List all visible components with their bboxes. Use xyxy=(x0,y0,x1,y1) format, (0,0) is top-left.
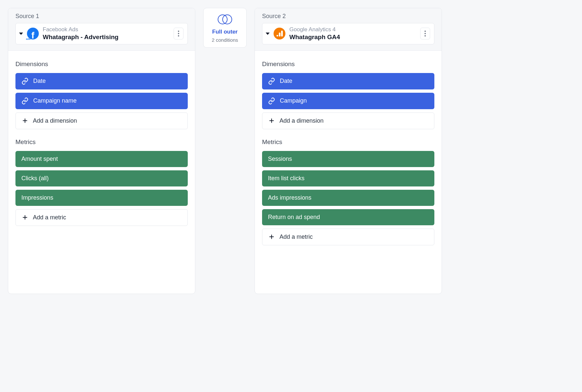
metric-chip-label: Item list clicks xyxy=(268,175,304,182)
source-1-integration: Facebook Ads xyxy=(43,26,170,33)
metric-chip[interactable]: Amount spent xyxy=(15,151,188,167)
metric-chip[interactable]: Impressions xyxy=(15,190,188,206)
add-dimension-button[interactable]: Add a dimension xyxy=(262,112,434,129)
source-2-metrics: Sessions Item list clicks Ads impression… xyxy=(262,151,434,245)
dimension-chip-label: Date xyxy=(280,78,292,85)
source-1-title: Source 1 xyxy=(15,13,188,20)
source-2-body: Dimensions Date Campaign xyxy=(255,51,442,263)
venn-full-outer-icon xyxy=(216,12,234,27)
google-analytics-icon xyxy=(274,28,285,39)
join-conditions-label: 2 conditions xyxy=(212,37,238,43)
dimensions-label: Dimensions xyxy=(15,61,188,68)
metric-chip[interactable]: Item list clicks xyxy=(262,170,434,186)
dimension-chip-label: Campaign name xyxy=(33,97,77,104)
source-2-text: Google Analytics 4 Whatagraph GA4 xyxy=(289,26,416,41)
add-metric-button[interactable]: Add a metric xyxy=(15,209,188,226)
metric-chip[interactable]: Return on ad spend xyxy=(262,209,434,225)
add-dimension-button[interactable]: Add a dimension xyxy=(15,112,188,129)
dimension-chip[interactable]: Date xyxy=(15,73,188,89)
dimension-chip-label: Date xyxy=(33,78,46,85)
add-dimension-label: Add a dimension xyxy=(33,117,77,124)
metric-chip-label: Ads impressions xyxy=(268,194,311,201)
source-1-metrics: Amount spent Clicks (all) Impressions Ad… xyxy=(15,151,188,226)
plus-icon xyxy=(268,233,275,240)
link-icon xyxy=(268,97,275,105)
add-dimension-label: Add a dimension xyxy=(279,117,324,124)
source-1-text: Facebook Ads Whatagraph - Advertising xyxy=(43,26,170,41)
source-2-title: Source 2 xyxy=(262,13,434,20)
source-2-account: Whatagraph GA4 xyxy=(289,33,416,41)
add-metric-label: Add a metric xyxy=(33,214,66,221)
caret-down-icon xyxy=(19,33,23,35)
metric-chip-label: Impressions xyxy=(21,194,53,201)
source-1-menu-button[interactable] xyxy=(174,28,183,39)
plus-icon xyxy=(22,117,28,124)
metric-chip-label: Sessions xyxy=(268,156,292,162)
source-1-selector[interactable]: ads Facebook Ads Whatagraph - Advertisin… xyxy=(15,23,188,44)
dimension-chip[interactable]: Campaign xyxy=(262,93,434,109)
source-2-menu-button[interactable] xyxy=(420,28,430,39)
source-panel-1: Source 1 ads Facebook Ads Whatagraph - A… xyxy=(8,8,195,294)
facebook-ads-icon: ads xyxy=(27,28,39,39)
source-panel-2-header: Source 2 Google Analytics 4 Whatagraph G… xyxy=(255,8,442,51)
join-type-label: Full outer xyxy=(212,29,237,35)
dimension-chip[interactable]: Campaign name xyxy=(15,93,188,109)
data-blend-layout: Source 1 ads Facebook Ads Whatagraph - A… xyxy=(8,8,442,294)
metrics-label: Metrics xyxy=(262,138,434,146)
source-panel-2: Source 2 Google Analytics 4 Whatagraph G… xyxy=(255,8,442,294)
source-1-body: Dimensions Date Campaign name xyxy=(8,51,195,244)
link-icon xyxy=(268,78,275,85)
link-icon xyxy=(21,97,29,105)
dimension-chip-label: Campaign xyxy=(280,97,307,104)
source-1-dimensions: Date Campaign name Add a dimension xyxy=(15,73,188,129)
caret-down-icon xyxy=(266,33,270,35)
dimension-chip[interactable]: Date xyxy=(262,73,434,89)
dimensions-label: Dimensions xyxy=(262,61,434,68)
source-2-dimensions: Date Campaign Add a dimension xyxy=(262,73,434,129)
metric-chip[interactable]: Clicks (all) xyxy=(15,170,188,186)
source-1-account: Whatagraph - Advertising xyxy=(43,33,170,41)
add-metric-label: Add a metric xyxy=(279,233,313,240)
join-config-card[interactable]: Full outer 2 conditions xyxy=(203,8,247,48)
source-2-selector[interactable]: Google Analytics 4 Whatagraph GA4 xyxy=(262,23,434,44)
metric-chip-label: Return on ad spend xyxy=(268,214,320,221)
source-2-integration: Google Analytics 4 xyxy=(289,26,416,33)
plus-icon xyxy=(268,117,275,124)
add-metric-button[interactable]: Add a metric xyxy=(262,229,434,245)
metric-chip[interactable]: Ads impressions xyxy=(262,190,434,206)
link-icon xyxy=(21,78,29,85)
metric-chip[interactable]: Sessions xyxy=(262,151,434,167)
plus-icon xyxy=(22,214,28,221)
metrics-label: Metrics xyxy=(15,138,188,146)
metric-chip-label: Clicks (all) xyxy=(21,175,49,182)
metric-chip-label: Amount spent xyxy=(21,156,58,162)
source-panel-1-header: Source 1 ads Facebook Ads Whatagraph - A… xyxy=(8,8,195,51)
